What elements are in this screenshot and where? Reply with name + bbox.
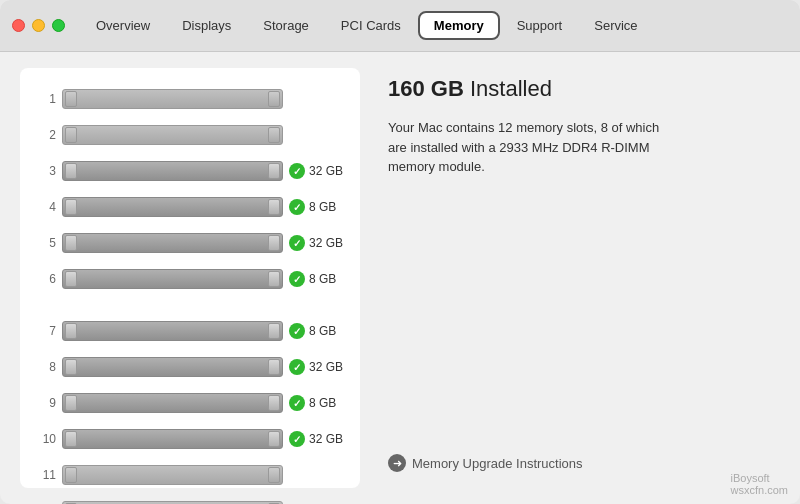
- memory-slots-panel: 1 2 3: [20, 68, 360, 488]
- traffic-lights: [12, 19, 65, 32]
- slot-row: 8 32 GB: [36, 350, 344, 384]
- tab-bar: Overview Displays Storage PCI Cards Memo…: [81, 11, 653, 40]
- slot-row: 5 32 GB: [36, 226, 344, 260]
- slot-number: 7: [36, 324, 56, 338]
- slot-size: 32 GB: [309, 432, 343, 446]
- system-info-window: Overview Displays Storage PCI Cards Memo…: [0, 0, 800, 504]
- check-icon: [289, 199, 305, 215]
- slot-module-empty: [62, 89, 283, 109]
- info-panel: 160 GB Installed Your Mac contains 12 me…: [360, 68, 780, 488]
- slot-size: 8 GB: [309, 272, 336, 286]
- slot-size: 8 GB: [309, 200, 336, 214]
- tab-memory[interactable]: Memory: [418, 11, 500, 40]
- fullscreen-button[interactable]: [52, 19, 65, 32]
- slot-row: 6 8 GB: [36, 262, 344, 296]
- slot-row: 2: [36, 118, 344, 152]
- info-top: 160 GB Installed Your Mac contains 12 me…: [388, 76, 752, 177]
- memory-description: Your Mac contains 12 memory slots, 8 of …: [388, 118, 668, 177]
- check-icon: [289, 271, 305, 287]
- upgrade-link-label: Memory Upgrade Instructions: [412, 456, 583, 471]
- memory-upgrade-link[interactable]: ➜ Memory Upgrade Instructions: [388, 454, 583, 472]
- slot-row: 1: [36, 82, 344, 116]
- info-bottom: ➜ Memory Upgrade Instructions: [388, 454, 752, 472]
- slot-row: 7 8 GB: [36, 314, 344, 348]
- slot-row: 10 32 GB: [36, 422, 344, 456]
- slot-status: 32 GB: [289, 163, 344, 179]
- check-icon: [289, 431, 305, 447]
- slot-module-filled: [62, 321, 283, 341]
- slot-module-empty: [62, 465, 283, 485]
- slot-status: 8 GB: [289, 395, 344, 411]
- slot-number: 8: [36, 360, 56, 374]
- slot-number: 2: [36, 128, 56, 142]
- upgrade-arrow-icon: ➜: [388, 454, 406, 472]
- slot-module-filled: [62, 357, 283, 377]
- slot-module-filled: [62, 161, 283, 181]
- close-button[interactable]: [12, 19, 25, 32]
- slot-size: 8 GB: [309, 396, 336, 410]
- check-icon: [289, 163, 305, 179]
- slot-size: 32 GB: [309, 236, 343, 250]
- slot-number: 6: [36, 272, 56, 286]
- slot-status: 32 GB: [289, 431, 344, 447]
- tab-pci-cards[interactable]: PCI Cards: [326, 12, 416, 39]
- slot-row: 4 8 GB: [36, 190, 344, 224]
- slot-size: 32 GB: [309, 164, 343, 178]
- installed-gb: 160 GB: [388, 76, 464, 101]
- slot-module-filled: [62, 393, 283, 413]
- tab-displays[interactable]: Displays: [167, 12, 246, 39]
- slot-number: 11: [36, 468, 56, 482]
- tab-support[interactable]: Support: [502, 12, 578, 39]
- titlebar: Overview Displays Storage PCI Cards Memo…: [0, 0, 800, 52]
- slot-group-1: 1 2 3: [36, 82, 344, 296]
- slot-number: 3: [36, 164, 56, 178]
- installed-label: Installed: [470, 76, 552, 101]
- slot-module-filled: [62, 197, 283, 217]
- minimize-button[interactable]: [32, 19, 45, 32]
- slot-status: 32 GB: [289, 359, 344, 375]
- check-icon: [289, 323, 305, 339]
- slot-status: 8 GB: [289, 199, 344, 215]
- slot-status: 8 GB: [289, 271, 344, 287]
- tab-service[interactable]: Service: [579, 12, 652, 39]
- content-area: 1 2 3: [0, 52, 800, 504]
- check-icon: [289, 235, 305, 251]
- slot-status: 32 GB: [289, 235, 344, 251]
- check-icon: [289, 395, 305, 411]
- slot-size: 8 GB: [309, 324, 336, 338]
- slot-row: 11: [36, 458, 344, 492]
- slot-row: 9 8 GB: [36, 386, 344, 420]
- slot-number: 9: [36, 396, 56, 410]
- slot-status: 8 GB: [289, 323, 344, 339]
- slot-module-filled: [62, 233, 283, 253]
- slot-row: 12: [36, 494, 344, 504]
- slot-module-filled: [62, 269, 283, 289]
- slot-number: 4: [36, 200, 56, 214]
- tab-storage[interactable]: Storage: [248, 12, 324, 39]
- installed-title: 160 GB Installed: [388, 76, 752, 102]
- slot-number: 5: [36, 236, 56, 250]
- check-icon: [289, 359, 305, 375]
- slot-number: 1: [36, 92, 56, 106]
- slot-number: 10: [36, 432, 56, 446]
- slot-module-filled: [62, 429, 283, 449]
- tab-overview[interactable]: Overview: [81, 12, 165, 39]
- slot-module-empty: [62, 125, 283, 145]
- slot-size: 32 GB: [309, 360, 343, 374]
- watermark: iBoysoftwsxcfn.com: [731, 472, 788, 496]
- slot-row: 3 32 GB: [36, 154, 344, 188]
- slot-group-2: 7 8 GB 8 32 GB: [36, 314, 344, 504]
